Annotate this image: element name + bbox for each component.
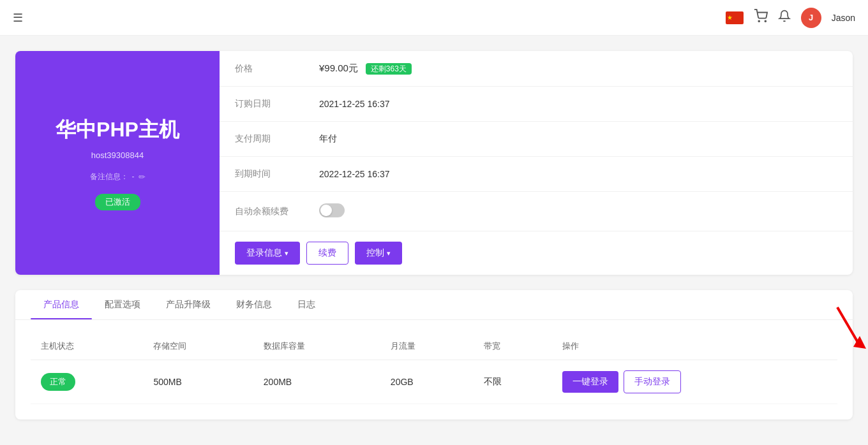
menu-icon[interactable]: ☰ [13, 11, 23, 25]
tabs-section: 产品信息 配置选项 产品升降级 财务信息 日志 主机状态 存储空间 数据库容量 … [15, 290, 853, 419]
action-buttons: 登录信息 ▾ 续费 控制 ▾ [220, 231, 853, 275]
order-date-label: 订购日期 [220, 87, 304, 122]
col-storage: 存储空间 [143, 333, 253, 360]
bell-icon[interactable] [778, 10, 791, 26]
auto-renew-label: 自动余额续费 [220, 192, 304, 231]
product-hero: 华中PHP主机 host39308844 备注信息： - ✏ 已激活 [15, 51, 220, 275]
expiry-value: 2022-12-25 16:37 [304, 157, 853, 192]
product-detail: 价格 ¥99.00元 还剩363天 订购日期 2021-12-25 16:37 … [220, 51, 853, 275]
product-notes: 备注信息： - ✏ [90, 171, 146, 182]
product-status-badge: 已激活 [95, 194, 140, 210]
price-row: 价格 ¥99.00元 还剩363天 [220, 51, 853, 87]
product-section: 华中PHP主机 host39308844 备注信息： - ✏ 已激活 价格 ¥9… [15, 51, 853, 275]
cart-icon[interactable] [754, 9, 768, 26]
one-click-login-button[interactable]: 一键登录 [562, 371, 618, 393]
payment-cycle-value: 年付 [304, 122, 853, 157]
tab-log[interactable]: 日志 [285, 290, 328, 319]
cell-database: 200MB [253, 360, 380, 404]
table-body: 正常 500MB 200MB 20GB 不限 一键登录 手动登录 [31, 360, 837, 404]
col-ops: 操作 [552, 333, 837, 360]
svg-point-0 [758, 20, 760, 22]
username[interactable]: Jason [832, 13, 855, 23]
header: ☰ J Jason [0, 0, 868, 36]
product-title: 华中PHP主机 [56, 116, 179, 144]
ops-cell: 一键登录 手动登录 [562, 370, 827, 393]
data-table-wrap: 主机状态 存储空间 数据库容量 月流量 带宽 操作 [15, 333, 853, 419]
manual-login-button[interactable]: 手动登录 [624, 370, 681, 393]
product-id: host39308844 [91, 150, 144, 160]
expiry-label: 到期时间 [220, 157, 304, 192]
days-badge: 还剩363天 [366, 63, 412, 75]
col-bandwidth: 带宽 [474, 333, 552, 360]
table-row: 正常 500MB 200MB 20GB 不限 一键登录 手动登录 [31, 360, 837, 404]
notes-value: - [132, 172, 135, 181]
price-value: ¥99.00元 还剩363天 [304, 51, 853, 87]
chevron-down-icon: ▾ [285, 249, 288, 258]
main-content: 华中PHP主机 host39308844 备注信息： - ✏ 已激活 价格 ¥9… [0, 36, 868, 435]
renew-button[interactable]: 续费 [306, 242, 348, 265]
price-label: 价格 [220, 51, 304, 87]
red-arrow-annotation [825, 301, 868, 358]
table-header-row: 主机状态 存储空间 数据库容量 月流量 带宽 操作 [31, 333, 837, 360]
auto-renew-toggle[interactable] [319, 203, 345, 217]
col-host-status: 主机状态 [31, 333, 143, 360]
language-flag[interactable] [726, 11, 744, 24]
cell-bandwidth: 不限 [474, 360, 552, 404]
col-database: 数据库容量 [253, 333, 380, 360]
login-info-button[interactable]: 登录信息 ▾ [235, 242, 300, 265]
expiry-row: 到期时间 2022-12-25 16:37 [220, 157, 853, 192]
payment-cycle-row: 支付周期 年付 [220, 122, 853, 157]
cell-operations: 一键登录 手动登录 [552, 360, 837, 404]
order-date-row: 订购日期 2021-12-25 16:37 [220, 87, 853, 122]
avatar[interactable]: J [801, 8, 821, 28]
detail-table: 价格 ¥99.00元 还剩363天 订购日期 2021-12-25 16:37 … [220, 51, 853, 231]
data-table: 主机状态 存储空间 数据库容量 月流量 带宽 操作 [31, 333, 837, 404]
auto-renew-row: 自动余额续费 [220, 192, 853, 231]
svg-line-2 [837, 307, 860, 346]
status-badge: 正常 [41, 373, 75, 391]
tab-product-info[interactable]: 产品信息 [31, 290, 92, 319]
toggle-knob [320, 205, 332, 216]
tabs-header: 产品信息 配置选项 产品升降级 财务信息 日志 [15, 290, 853, 320]
tab-finance[interactable]: 财务信息 [223, 290, 285, 319]
svg-point-1 [765, 20, 766, 22]
cell-status: 正常 [31, 360, 143, 404]
cell-traffic: 20GB [380, 360, 474, 404]
edit-icon[interactable]: ✏ [138, 172, 146, 182]
col-traffic: 月流量 [380, 333, 474, 360]
order-date-value: 2021-12-25 16:37 [304, 87, 853, 122]
header-right: J Jason [726, 8, 855, 28]
tab-upgrade[interactable]: 产品升降级 [153, 290, 223, 319]
table-head: 主机状态 存储空间 数据库容量 月流量 带宽 操作 [31, 333, 837, 360]
notes-label: 备注信息： [90, 171, 128, 182]
cell-storage: 500MB [143, 360, 253, 404]
payment-cycle-label: 支付周期 [220, 122, 304, 157]
control-button[interactable]: 控制 ▾ [355, 242, 402, 265]
chevron-down-icon-2: ▾ [387, 249, 391, 258]
auto-renew-value [304, 192, 853, 231]
price-amount: ¥99.00元 [319, 62, 358, 73]
tab-config-options[interactable]: 配置选项 [92, 290, 153, 319]
